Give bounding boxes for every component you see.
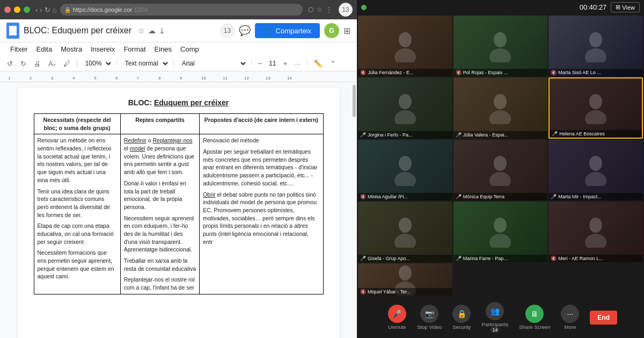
svg-point-13 bbox=[394, 172, 416, 186]
redo-btn[interactable]: ↻ bbox=[18, 59, 29, 69]
participant-name: Marina Farre - Pap... bbox=[463, 256, 508, 261]
undo-btn[interactable]: ↺ bbox=[4, 59, 16, 69]
menu-insereix[interactable]: Insereix bbox=[87, 44, 119, 55]
video-face bbox=[453, 77, 548, 138]
spellcheck-btn[interactable]: Aᵥ bbox=[46, 59, 58, 69]
back-icon[interactable]: ‹ bbox=[35, 6, 38, 14]
comment-count[interactable]: 13 bbox=[221, 24, 235, 38]
font-select[interactable]: ArialTimes New Roman bbox=[178, 58, 247, 69]
participant-label: 🎤Gisela - Grup Apo... bbox=[358, 255, 452, 262]
download-icon[interactable]: ⤓ bbox=[159, 26, 165, 35]
doc-content-area[interactable]: BLOC: Eduquem per créixer Necessitats (r… bbox=[0, 82, 357, 338]
svg-point-7 bbox=[394, 110, 416, 124]
browser-close-btn[interactable] bbox=[4, 6, 11, 13]
video-face bbox=[453, 202, 548, 262]
ruler-ticks: 1 2 3 4 5 6 7 8 9 10 11 12 13 14 bbox=[8, 71, 309, 82]
style-select[interactable]: Text normalHeading 1 bbox=[121, 58, 170, 69]
menu-edita[interactable]: Edita bbox=[33, 44, 56, 55]
docs-title: BLOC: Eduquem per créixer bbox=[24, 26, 131, 35]
video-cell: 🎤Marina Farre - Pap... bbox=[453, 202, 548, 262]
browser-minimize-btn[interactable] bbox=[14, 6, 20, 13]
docs-panel: ‹ › ↻ ⌂ 🔒 https://docs.google.cor 120% ⬡… bbox=[0, 0, 357, 338]
video-cell: 🎤Júlia Valera - Espai... bbox=[453, 77, 548, 138]
video-face bbox=[358, 202, 452, 262]
svg-point-3 bbox=[489, 48, 511, 62]
tab-count-badge[interactable]: 13 bbox=[339, 3, 353, 17]
security-btn[interactable]: 🔒 Security bbox=[448, 303, 475, 332]
participant-name: Helena AE Boscaires bbox=[559, 131, 605, 136]
browser-maximize-btn[interactable] bbox=[24, 6, 30, 13]
video-face bbox=[453, 16, 548, 76]
participants-btn[interactable]: 👥 Participants 14 bbox=[478, 300, 513, 335]
menu-format[interactable]: Format bbox=[120, 44, 149, 55]
participant-name: Júlia Valera - Espai... bbox=[463, 132, 508, 138]
participant-name: Marta Mir - Impact... bbox=[558, 194, 602, 199]
user-avatar: G bbox=[324, 23, 339, 38]
more-btn[interactable]: ··· More bbox=[557, 303, 583, 332]
browser-actions: ⬡ ☆ ⋮ bbox=[308, 6, 332, 13]
doc-page: BLOC: Eduquem per créixer Necessitats (r… bbox=[18, 88, 340, 338]
separator-5 bbox=[307, 59, 308, 68]
camera-icon: 📷 bbox=[420, 305, 438, 323]
video-cell: 🔇Pol Rojas - Espais ... bbox=[453, 16, 548, 76]
share-screen-btn[interactable]: 🖥 Share Screen bbox=[515, 303, 554, 332]
participant-label: 🔇Mireia Aguilar /Pi... bbox=[358, 193, 452, 200]
svg-point-19 bbox=[394, 234, 416, 248]
video-cell: 🔇Mireia Aguilar /Pi... bbox=[358, 140, 452, 200]
svg-point-1 bbox=[394, 48, 416, 62]
ruler: 1 2 3 4 5 6 7 8 9 10 11 12 13 14 bbox=[0, 71, 357, 82]
bookmark-icon[interactable]: ☆ bbox=[317, 6, 323, 13]
participant-label: 🎤Júlia Valera - Espai... bbox=[453, 131, 548, 139]
participant-label: 🎤Jorgina i Ferlo - Pa... bbox=[358, 131, 452, 139]
video-panel: 00:40:27 ⊞ View 🔇Júlia Fernández - E... … bbox=[357, 0, 644, 338]
menu-fitxer[interactable]: Fitxer bbox=[6, 44, 32, 55]
end-button[interactable]: End bbox=[590, 311, 617, 325]
docs-title-actions: ☆ ☁ ⤓ bbox=[138, 26, 165, 35]
video-face bbox=[548, 140, 643, 200]
menu-eines[interactable]: Eines bbox=[151, 44, 176, 55]
star-icon[interactable]: ☆ bbox=[138, 26, 145, 35]
unmute-btn[interactable]: 🎤 Unmute bbox=[384, 303, 411, 332]
participant-name: Gisela - Grup Apo... bbox=[368, 256, 410, 261]
comment-icon[interactable]: 💬 bbox=[239, 25, 251, 37]
home-icon[interactable]: ⌂ bbox=[53, 6, 57, 14]
grid-icon[interactable]: ⊞ bbox=[343, 26, 350, 36]
font-size-decrease[interactable]: − bbox=[255, 59, 265, 69]
edit-mode-btn[interactable]: ✏️ bbox=[311, 59, 325, 69]
paint-format-btn[interactable]: 🖊 bbox=[61, 59, 73, 69]
mic-icon: 🎤 bbox=[388, 305, 406, 323]
mic-active-icon: 🎤 bbox=[360, 256, 366, 261]
table-header-1: Necessitats (respecte del bloc; o suma d… bbox=[34, 114, 120, 134]
browser-chrome: ‹ › ↻ ⌂ 🔒 https://docs.google.cor 120% ⬡… bbox=[0, 0, 357, 19]
refresh-icon[interactable]: ↻ bbox=[45, 6, 50, 14]
print-btn[interactable]: 🖨 bbox=[31, 59, 43, 69]
video-cell: 🔇Marta Sisó AE Lo ... bbox=[548, 16, 643, 76]
menu-comp[interactable]: Comp bbox=[177, 44, 203, 55]
video-grid: 🔇Júlia Fernández - E... 🔇Pol Rojas - Esp… bbox=[357, 15, 644, 297]
menu-mostra[interactable]: Mostra bbox=[57, 44, 86, 55]
view-label: View bbox=[622, 4, 635, 11]
participant-label: 🔇Meri - AE Ramon L... bbox=[548, 255, 643, 262]
video-header-right: 00:40:27 ⊞ View bbox=[580, 2, 640, 12]
svg-point-5 bbox=[585, 48, 606, 62]
zoom-select[interactable]: 100%120%80% bbox=[81, 58, 113, 69]
view-button[interactable]: ⊞ View bbox=[611, 2, 640, 12]
nav-arrows: ‹ › ↻ ⌂ bbox=[35, 6, 57, 14]
address-bar[interactable]: 🔒 https://docs.google.cor 120% bbox=[60, 4, 303, 16]
menu-dots-icon[interactable]: ⋮ bbox=[326, 6, 332, 13]
stop-video-btn[interactable]: 📷 Stop Video bbox=[413, 303, 446, 332]
svg-point-23 bbox=[585, 234, 606, 248]
font-size-increase[interactable]: + bbox=[281, 59, 290, 69]
more-options[interactable]: ··· bbox=[292, 59, 303, 69]
participant-label: 🎤Marina Farre - Pap... bbox=[453, 255, 548, 262]
scroll-thumb[interactable] bbox=[353, 85, 356, 117]
share-button[interactable]: 👤 Comparteix bbox=[255, 23, 320, 38]
svg-point-4 bbox=[589, 32, 602, 47]
collapse-btn[interactable]: ⌃ bbox=[327, 59, 339, 69]
extensions-icon: ⬡ bbox=[308, 6, 313, 13]
mic-active-icon: 🎤 bbox=[360, 132, 366, 138]
participants-label: Participants bbox=[482, 321, 509, 327]
mic-muted-icon: 🔇 bbox=[456, 70, 462, 75]
forward-icon[interactable]: › bbox=[40, 6, 42, 14]
participant-name: Jorgina i Ferlo - Pa... bbox=[368, 132, 413, 138]
